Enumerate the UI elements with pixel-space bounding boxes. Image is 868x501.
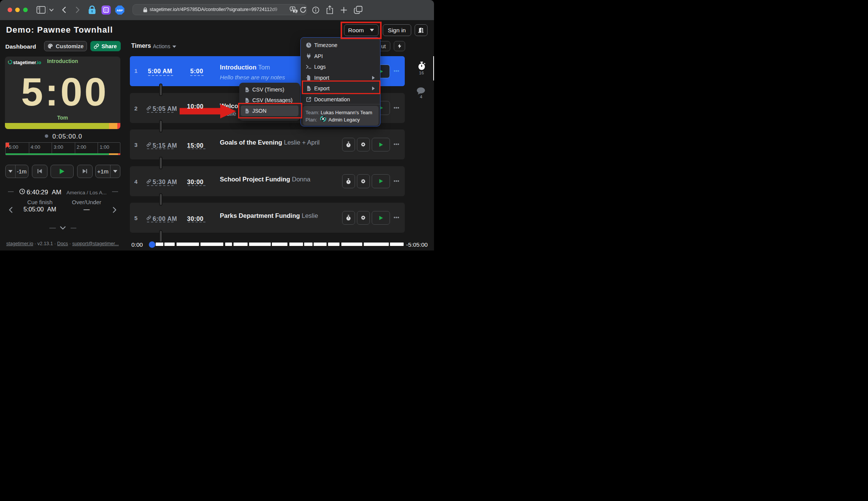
svg-text:{:}: {:} — [104, 8, 107, 12]
svg-text:ABP: ABP — [117, 9, 123, 12]
